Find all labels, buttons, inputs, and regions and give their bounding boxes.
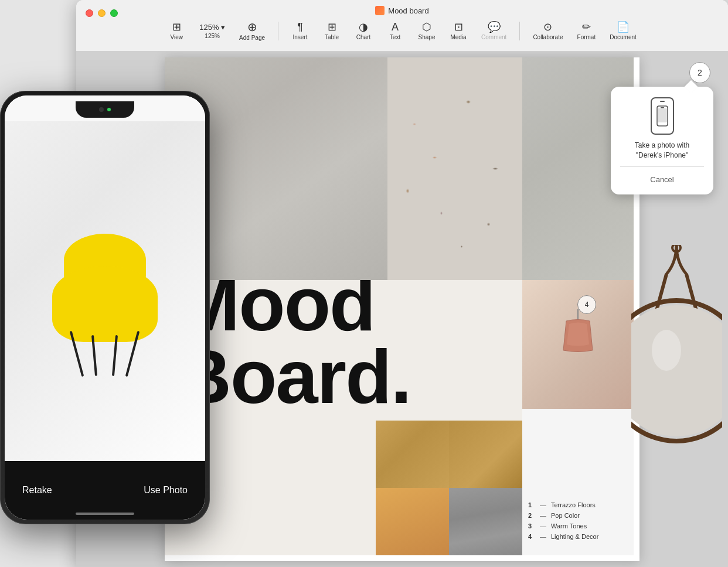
toolbar-collaborate[interactable]: ⊙ Collaborate [527,19,569,43]
media-icon: ⊡ [454,22,463,32]
cancel-button[interactable]: Cancel [643,173,681,186]
document-label: Document [610,34,637,40]
table-icon: ⊞ [328,22,336,32]
page-indicator-4: 4 [577,295,596,314]
chart-label: Chart [356,34,370,40]
insert-icon: ¶ [297,22,303,32]
toolbar-comment[interactable]: 💬 Comment [475,19,512,43]
toolbar-insert[interactable]: ¶ Insert [285,19,315,43]
mirror-svg [631,245,722,450]
comment-icon: 💬 [488,22,501,32]
chart-icon: ◑ [359,22,368,32]
items-list: 1 — Terrazzo Floors 2 — Pop Color 3 — Wa… [528,501,628,544]
list-dash-4: — [540,533,546,540]
list-dash-1: — [540,501,546,508]
list-label-1: Terrazzo Floors [551,501,596,508]
cell-mood-text: MoodBoard. [165,280,522,555]
document-icon: 📄 [617,22,630,32]
list-label-4: Lighting & Decor [551,533,598,540]
wood-texture [376,421,449,488]
text-label: Text [390,34,400,40]
toolbar-media[interactable]: ⊡ Media [444,19,473,43]
iphone-screen: Retake Use Photo [5,95,205,520]
collaborate-label: Collaborate [533,34,563,40]
svg-rect-9 [658,108,667,122]
wood-texture-2 [449,421,522,488]
lamp-image [522,280,634,409]
take-photo-popup: Take a photo with"Derek's iPhone" Cancel [611,87,713,194]
svg-rect-8 [661,107,664,108]
toolbar-text[interactable]: A Text [380,19,410,43]
toolbar-format[interactable]: ✏ Format [571,19,602,43]
cell-right-content: 4 1 [522,280,634,555]
app-icon [375,6,385,15]
svg-point-5 [631,305,722,436]
phone-icon [651,97,674,135]
mood-board-canvas: 1 MoodBoard. [165,57,639,561]
toolbar-sep-2 [519,22,520,40]
view-icon: ⊞ [172,22,181,32]
iphone-notch [76,101,134,118]
list-num-3: 3 [528,522,535,530]
iphone-device: Retake Use Photo [0,91,210,524]
add-page-label: Add Page [239,35,265,41]
toolbar-table[interactable]: ⊞ Table [317,19,346,43]
toolbar: ⊞ View 125% ▾ 125% ⊕ Add Page ¶ Insert ⊞… [76,15,728,47]
iphone-controls: Retake Use Photo [5,461,205,520]
text-icon: A [392,22,399,32]
use-photo-button[interactable]: Use Photo [144,485,188,496]
iphone-body: Retake Use Photo [0,91,210,524]
maximize-button[interactable] [110,9,118,17]
toolbar-sep-1 [278,22,278,40]
table-label: Table [325,34,339,40]
list-num-2: 2 [528,512,535,519]
list-item: 3 — Warm Tones [528,522,628,530]
comment-label: Comment [481,34,506,40]
window-title: Mood board [375,6,428,15]
retake-button[interactable]: Retake [22,485,52,496]
list-dash-2: — [540,512,546,519]
toolbar-chart[interactable]: ◑ Chart [349,19,378,43]
add-page-icon: ⊕ [247,21,257,33]
view-label: View [170,34,183,40]
list-num-4: 4 [528,533,535,540]
shape-label: Shape [419,34,436,40]
popup-divider [620,166,704,167]
shape-icon: ⬡ [422,22,431,32]
popup-title-text: Take a photo with"Derek's iPhone" [635,141,689,160]
phone-svg [656,105,668,127]
list-label-3: Warm Tones [551,522,587,530]
fur-texture [449,488,522,555]
orange-fabric [376,488,449,555]
toolbar-add-page[interactable]: ⊕ Add Page [233,19,271,43]
iphone-camera-green [107,108,111,111]
media-label: Media [450,34,466,40]
list-item: 2 — Pop Color [528,512,628,519]
close-button[interactable] [86,9,93,17]
zoom-label: 125% [205,33,220,39]
format-label: Format [577,34,596,40]
chair-seat [52,266,158,342]
toolbar-document[interactable]: 📄 Document [604,19,642,43]
toolbar-shape[interactable]: ⬡ Shape [412,19,441,43]
zoom-icon: 125% ▾ [199,23,225,31]
lamp-svg [557,309,598,380]
format-icon: ✏ [582,22,591,32]
list-dash-3: — [540,522,546,530]
list-num-1: 1 [528,501,535,508]
titlebar: Mood board ⊞ View 125% ▾ 125% ⊕ Add Page… [76,0,728,52]
iphone-camera [99,107,104,112]
chair-photo [5,121,205,487]
minimize-button[interactable] [98,9,106,17]
toolbar-zoom[interactable]: 125% ▾ 125% [193,21,231,42]
list-label-2: Pop Color [551,512,580,519]
list-item: 1 — Terrazzo Floors [528,501,628,508]
iphone-home-bar [76,513,134,515]
window-title-text: Mood board [388,6,428,15]
list-item: 4 — Lighting & Decor [528,533,628,540]
svg-point-6 [652,330,681,371]
texture-grid [376,421,522,555]
page-indicator-2: 2 [689,62,710,83]
toolbar-view[interactable]: ⊞ View [162,19,191,43]
traffic-lights [86,9,118,17]
